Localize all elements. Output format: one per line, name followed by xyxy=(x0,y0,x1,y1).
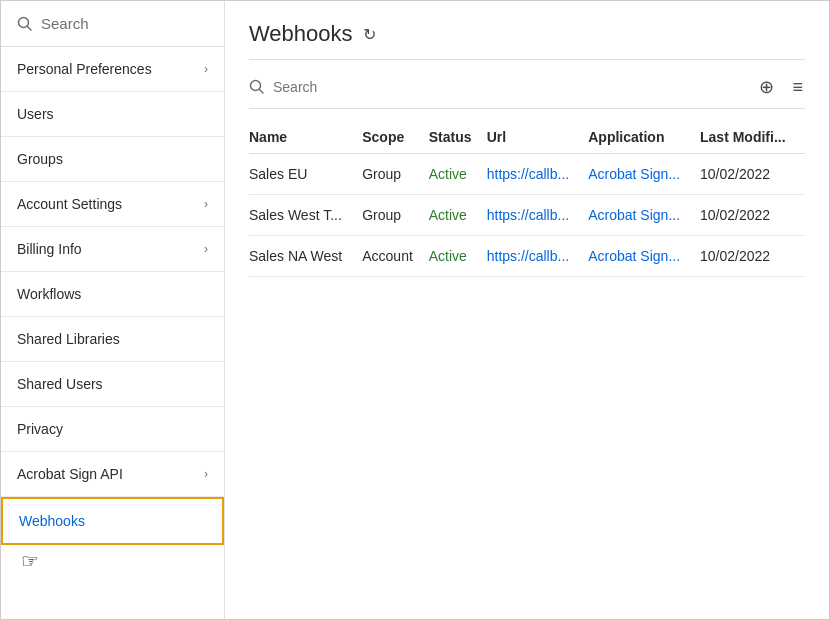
table-row[interactable]: Sales West T...GroupActivehttps://callb.… xyxy=(249,195,805,236)
page-title: Webhooks xyxy=(249,21,353,47)
main-search-icon xyxy=(249,79,265,95)
sidebar-search[interactable]: Search xyxy=(1,1,224,47)
col-header-scope: Scope xyxy=(362,121,429,154)
table-body: Sales EUGroupActivehttps://callb...Acrob… xyxy=(249,154,805,277)
sidebar-item-privacy[interactable]: Privacy xyxy=(1,407,224,452)
sidebar-item-label: Shared Libraries xyxy=(17,331,120,347)
table-cell: Sales West T... xyxy=(249,195,362,236)
cursor-pointer: ☞ xyxy=(1,545,224,573)
table-cell: Group xyxy=(362,195,429,236)
table-row[interactable]: Sales NA WestAccountActivehttps://callb.… xyxy=(249,236,805,277)
main-content: Webhooks ↻ ⊕ ≡ NameScopeStatusUrlApplica… xyxy=(225,1,829,619)
sidebar-item-label: Billing Info xyxy=(17,241,82,257)
sidebar-item-workflows[interactable]: Workflows xyxy=(1,272,224,317)
svg-line-1 xyxy=(28,26,32,30)
sidebar-item-label: Groups xyxy=(17,151,63,167)
refresh-icon[interactable]: ↻ xyxy=(363,25,376,44)
sidebar-item-label: Shared Users xyxy=(17,376,103,392)
chevron-down-icon: › xyxy=(204,242,208,256)
sidebar-item-label: Personal Preferences xyxy=(17,61,152,77)
table-cell: Acrobat Sign... xyxy=(588,195,700,236)
table-cell: Account xyxy=(362,236,429,277)
col-header-url: Url xyxy=(487,121,589,154)
col-header-last-modifi---: Last Modifi... xyxy=(700,121,805,154)
search-icon xyxy=(17,16,33,32)
webhooks-search-input[interactable] xyxy=(273,79,573,95)
sidebar-item-users[interactable]: Users xyxy=(1,92,224,137)
table-cell: Sales NA West xyxy=(249,236,362,277)
chevron-down-icon: › xyxy=(204,62,208,76)
sidebar-item-shared-libraries[interactable]: Shared Libraries xyxy=(1,317,224,362)
col-header-name: Name xyxy=(249,121,362,154)
webhooks-table: NameScopeStatusUrlApplicationLast Modifi… xyxy=(249,121,805,277)
table-cell: 10/02/2022 xyxy=(700,154,805,195)
filter-menu-button[interactable]: ≡ xyxy=(790,76,805,98)
sidebar: Search Personal Preferences›UsersGroupsA… xyxy=(1,1,225,619)
table-cell: https://callb... xyxy=(487,195,589,236)
chevron-down-icon: › xyxy=(204,467,208,481)
sidebar-nav: Personal Preferences›UsersGroupsAccount … xyxy=(1,47,224,573)
sidebar-item-acrobat-sign-api[interactable]: Acrobat Sign API› xyxy=(1,452,224,497)
col-header-application: Application xyxy=(588,121,700,154)
sidebar-item-label: Privacy xyxy=(17,421,63,437)
sidebar-item-personal-preferences[interactable]: Personal Preferences› xyxy=(1,47,224,92)
svg-line-3 xyxy=(260,90,264,94)
table-cell: https://callb... xyxy=(487,154,589,195)
table-cell: https://callb... xyxy=(487,236,589,277)
table-header: NameScopeStatusUrlApplicationLast Modifi… xyxy=(249,121,805,154)
webhooks-search-bar: ⊕ ≡ xyxy=(249,76,805,109)
chevron-down-icon: › xyxy=(204,197,208,211)
sidebar-item-label: Webhooks xyxy=(19,513,85,529)
table-cell: Active xyxy=(429,154,487,195)
sidebar-item-shared-users[interactable]: Shared Users xyxy=(1,362,224,407)
table-cell: Acrobat Sign... xyxy=(588,154,700,195)
page-header: Webhooks ↻ xyxy=(249,21,805,60)
sidebar-item-account-settings[interactable]: Account Settings› xyxy=(1,182,224,227)
sidebar-item-webhooks[interactable]: Webhooks xyxy=(1,497,224,545)
sidebar-item-label: Acrobat Sign API xyxy=(17,466,123,482)
sidebar-item-label: Workflows xyxy=(17,286,81,302)
table-cell: Active xyxy=(429,236,487,277)
sidebar-item-label: Users xyxy=(17,106,54,122)
search-left xyxy=(249,79,757,95)
table-cell: Active xyxy=(429,195,487,236)
table-row[interactable]: Sales EUGroupActivehttps://callb...Acrob… xyxy=(249,154,805,195)
sidebar-search-label: Search xyxy=(41,15,89,32)
table-cell: 10/02/2022 xyxy=(700,195,805,236)
search-actions: ⊕ ≡ xyxy=(757,76,805,98)
col-header-status: Status xyxy=(429,121,487,154)
table-cell: Sales EU xyxy=(249,154,362,195)
sidebar-item-groups[interactable]: Groups xyxy=(1,137,224,182)
sidebar-item-label: Account Settings xyxy=(17,196,122,212)
table-cell: 10/02/2022 xyxy=(700,236,805,277)
sidebar-item-billing-info[interactable]: Billing Info› xyxy=(1,227,224,272)
add-webhook-button[interactable]: ⊕ xyxy=(757,76,776,98)
table-cell: Group xyxy=(362,154,429,195)
table-cell: Acrobat Sign... xyxy=(588,236,700,277)
